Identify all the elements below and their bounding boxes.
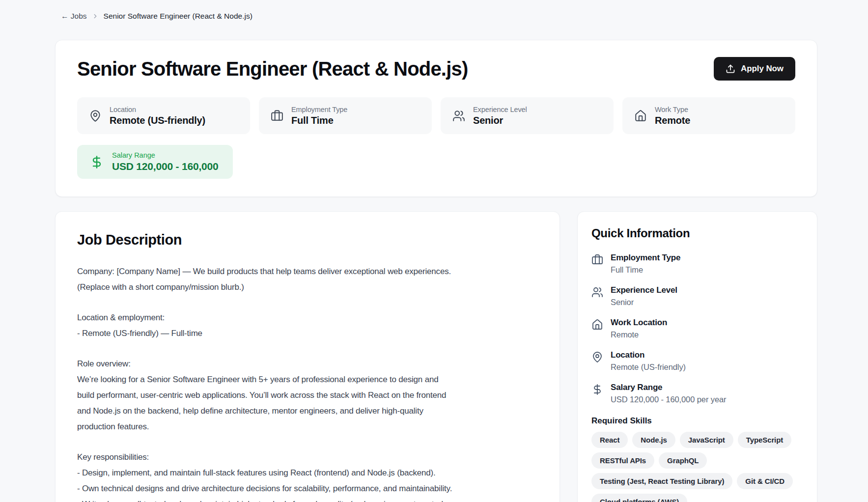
skill-tag: Testing (Jest, React Testing Library) [591,473,732,489]
briefcase-icon [591,254,603,266]
dollar-sign-icon [591,384,603,395]
quick-info-value: Remote [611,330,667,339]
quick-info-value: USD 120,000 - 160,000 per year [611,395,727,404]
highlight-value: Senior [473,115,527,126]
required-skills-list: React Node.js JavaScript TypeScript REST… [591,432,803,502]
home-icon [634,110,647,122]
home-icon [591,319,603,331]
job-description-title: Job Description [77,231,538,248]
required-skills-title: Required Skills [591,416,803,426]
job-description-paragraph: Role overview: We’re looking for a Senio… [77,356,538,435]
salary-range-card: Salary Range USD 120,000 - 160,000 [77,145,233,179]
apply-now-label: Apply Now [741,64,784,74]
quick-info-label: Experience Level [611,285,677,295]
quick-info-label: Salary Range [611,383,727,392]
quick-information-card: Quick Information Employment Type Full T… [577,211,817,502]
chevron-right-icon [92,13,99,20]
breadcrumb-back-link[interactable]: ← Jobs [61,12,87,21]
quick-info-value: Remote (US-friendly) [611,363,686,372]
quick-info-label: Employment Type [611,253,680,263]
quick-info-experience-level: Experience Level Senior [591,285,803,307]
skill-tag: Git & CI/CD [737,473,793,489]
highlight-value: Remote [655,115,690,126]
quick-info-label: Work Location [611,318,667,328]
quick-info-value: Full Time [611,265,680,275]
job-description-paragraph: Key responsibilities: - Design, implemen… [77,449,538,502]
salary-value: USD 120,000 - 160,000 [112,161,218,172]
quick-info-salary-range: Salary Range USD 120,000 - 160,000 per y… [591,383,803,404]
highlight-experience-level: Experience Level Senior [441,97,614,134]
job-highlights: Location Remote (US-friendly) Employment… [77,97,795,134]
quick-info-location: Location Remote (US-friendly) [591,350,803,372]
map-pin-icon [89,110,102,122]
quick-info-work-location: Work Location Remote [591,318,803,339]
highlight-label: Location [110,106,205,113]
job-description-paragraph: Location & employment: - Remote (US-frie… [77,310,538,341]
job-header-card: Senior Software Engineer (React & Node.j… [55,40,817,197]
salary-label: Salary Range [112,151,218,159]
briefcase-icon [271,110,283,122]
highlight-location: Location Remote (US-friendly) [77,97,250,134]
skill-tag: React [591,432,628,448]
upload-icon [726,64,735,74]
breadcrumb-current: Senior Software Engineer (React & Node.j… [104,12,252,21]
users-icon [591,286,603,298]
quick-info-value: Senior [611,298,677,307]
job-title: Senior Software Engineer (React & Node.j… [77,57,468,81]
skill-tag: TypeScript [738,432,791,448]
quick-info-label: Location [611,350,686,360]
highlight-employment-type: Employment Type Full Time [259,97,432,134]
highlight-label: Work Type [655,106,690,113]
job-description-paragraph: Company: [Company Name] — We build produ… [77,264,538,295]
skill-tag: JavaScript [680,432,733,448]
highlight-label: Employment Type [291,106,347,113]
highlight-value: Full Time [291,115,347,126]
skill-tag: GraphQL [659,452,707,469]
highlight-value: Remote (US-friendly) [110,115,205,126]
highlight-label: Experience Level [473,106,527,113]
dollar-sign-icon [90,155,104,169]
users-icon [452,110,465,122]
skill-tag: Node.js [632,432,675,448]
page: ← Jobs Senior Software Engineer (React &… [55,0,817,502]
map-pin-icon [591,351,603,363]
job-description-card: Job Description Company: [Company Name] … [55,211,560,502]
quick-info-employment-type: Employment Type Full Time [591,253,803,275]
skill-tag: Cloud platforms (AWS) [591,494,687,502]
breadcrumb: ← Jobs Senior Software Engineer (React &… [55,11,817,21]
highlight-work-type: Work Type Remote [622,97,795,134]
quick-information-title: Quick Information [591,226,803,240]
skill-tag: RESTful APIs [591,452,654,469]
apply-now-button[interactable]: Apply Now [714,57,795,81]
